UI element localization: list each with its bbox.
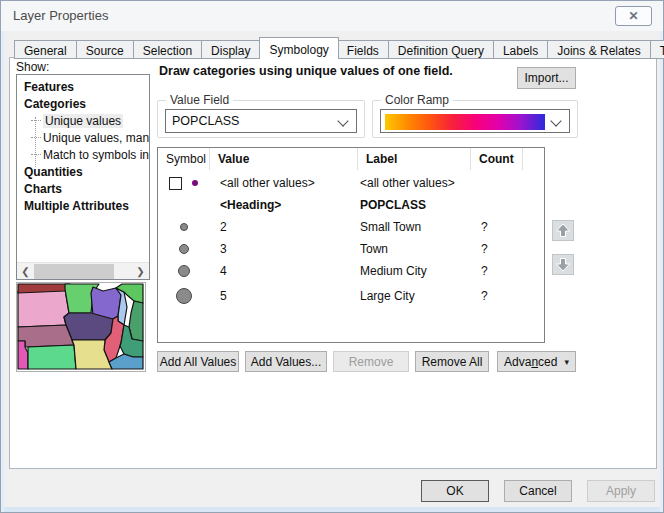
all-other-values-symbol-dot — [190, 178, 200, 188]
button-label: Remove — [349, 355, 394, 369]
tab-label: Fields — [347, 44, 379, 58]
tree-item-categories[interactable]: Categories — [17, 95, 149, 112]
value-cell: 2 — [210, 220, 358, 234]
map-state-shape — [64, 313, 113, 340]
arrow-up-icon — [555, 223, 571, 238]
chevron-down-icon — [337, 115, 348, 126]
button-label: ced — [538, 355, 557, 369]
value-cell: <Heading> — [210, 198, 358, 212]
value-field-group-label: Value Field — [166, 93, 233, 107]
symbol-cell[interactable] — [158, 286, 210, 306]
button-label: Add All Values — [160, 355, 237, 369]
tree-item-label: Multiple Attributes — [24, 199, 129, 213]
label-cell: Town — [358, 242, 471, 256]
column-header-symbol[interactable]: Symbol — [158, 148, 210, 170]
table-row-heading[interactable]: <Heading> POPCLASS — [158, 194, 544, 216]
value-cell: 4 — [210, 264, 358, 278]
table-row-town[interactable]: 3 Town ? — [158, 238, 544, 260]
tab-source[interactable]: Source — [77, 40, 134, 59]
tab-general[interactable]: General — [14, 40, 77, 59]
close-button[interactable]: ✕ — [615, 6, 652, 26]
tab-label: Symbology — [269, 43, 328, 57]
map-preview — [16, 282, 146, 372]
symbology-tab-page: Show: Features Categories Unique values … — [9, 57, 657, 469]
tree-item-label-selected: Unique values — [43, 114, 123, 128]
column-header-label[interactable]: Label — [358, 148, 471, 170]
count-cell: ? — [471, 264, 523, 278]
arrow-down-icon — [555, 257, 571, 272]
show-label: Show: — [16, 60, 49, 74]
value-field-group: Value Field POPCLASS — [157, 100, 365, 138]
show-tree: Features Categories Unique values Unique… — [16, 74, 150, 280]
tree-item-quantities[interactable]: Quantities — [17, 163, 149, 180]
button-label: Remove All — [422, 355, 483, 369]
button-label: Cancel — [519, 484, 556, 498]
tree-item-label: Match to symbols in a — [43, 148, 150, 162]
symbol-dot — [175, 262, 193, 280]
remove-button: Remove — [333, 351, 409, 372]
tab-label: General — [24, 44, 67, 58]
dropdown-caret-icon: ▾ — [564, 357, 569, 367]
tab-label: Joins & Relates — [557, 44, 640, 58]
table-row-large-city[interactable]: 5 Large City ? — [158, 283, 544, 309]
tree-item-label: Features — [24, 80, 74, 94]
table-row-all-other-values[interactable]: <all other values> <all other values> — [158, 172, 544, 194]
tab-definition-query[interactable]: Definition Query — [389, 40, 494, 59]
tab-time[interactable]: Time — [651, 40, 664, 59]
count-cell: ? — [471, 289, 523, 303]
move-down-button[interactable] — [552, 254, 574, 275]
tab-label: Source — [86, 44, 124, 58]
advanced-menu-button[interactable]: Advanced ▾ — [497, 351, 576, 372]
cancel-button[interactable]: Cancel — [504, 480, 572, 502]
label-cell: Small Town — [358, 220, 471, 234]
tree-item-multiple-attributes[interactable]: Multiple Attributes — [17, 197, 149, 214]
color-ramp-dropdown[interactable] — [380, 109, 570, 133]
scroll-left-icon[interactable]: ❮ — [17, 263, 34, 280]
tree-item-match-symbols[interactable]: Match to symbols in a — [17, 146, 149, 163]
label-cell: POPCLASS — [358, 198, 471, 212]
remove-all-button[interactable]: Remove All — [415, 351, 489, 372]
import-button[interactable]: Import... — [517, 67, 576, 89]
symbol-cell[interactable] — [158, 262, 210, 280]
tree-item-unique-values-many[interactable]: Unique values, many — [17, 129, 149, 146]
map-state-shape — [18, 289, 69, 327]
apply-button: Apply — [587, 480, 655, 502]
scroll-right-icon[interactable]: ❯ — [132, 263, 149, 280]
tab-display[interactable]: Display — [202, 40, 260, 59]
symbol-cell[interactable] — [158, 240, 210, 258]
column-header-count[interactable]: Count — [471, 148, 523, 170]
value-field-dropdown[interactable]: POPCLASS — [165, 109, 357, 133]
button-label: Adva — [504, 355, 531, 369]
title-bar[interactable]: Layer Properties ✕ — [1, 1, 663, 31]
symbol-cell[interactable] — [158, 218, 210, 236]
color-ramp-swatch — [385, 114, 545, 130]
table-row-medium-city[interactable]: 4 Medium City ? — [158, 260, 544, 282]
column-header-value[interactable]: Value — [210, 148, 358, 170]
table-row-small-town[interactable]: 2 Small Town ? — [158, 216, 544, 238]
tab-selection[interactable]: Selection — [134, 40, 202, 59]
scrollbar-thumb[interactable] — [34, 264, 114, 279]
chevron-down-icon — [550, 115, 561, 126]
all-other-values-checkbox[interactable] — [169, 177, 182, 190]
map-state-shape — [18, 325, 74, 347]
color-ramp-group-label: Color Ramp — [381, 93, 453, 107]
tab-label: Selection — [143, 44, 192, 58]
tree-item-features[interactable]: Features — [17, 78, 149, 95]
count-cell: ? — [471, 220, 523, 234]
tab-labels[interactable]: Labels — [494, 40, 548, 59]
tab-joins-relates[interactable]: Joins & Relates — [548, 40, 650, 59]
tab-label: Definition Query — [398, 44, 484, 58]
tree-horizontal-scrollbar[interactable]: ❮ ❯ — [17, 262, 149, 279]
tab-fields[interactable]: Fields — [338, 40, 389, 59]
symbol-cell[interactable] — [158, 177, 210, 190]
tab-symbology[interactable]: Symbology — [259, 37, 338, 59]
tab-label: Labels — [503, 44, 538, 58]
tree-item-unique-values[interactable]: Unique values — [17, 112, 149, 129]
button-label-accelerator: n — [531, 355, 538, 369]
add-values-button[interactable]: Add Values... — [245, 351, 327, 372]
add-all-values-button[interactable]: Add All Values — [157, 351, 239, 372]
map-preview-svg — [17, 283, 145, 371]
move-up-button[interactable] — [552, 220, 574, 241]
ok-button[interactable]: OK — [421, 480, 489, 502]
tree-item-charts[interactable]: Charts — [17, 180, 149, 197]
